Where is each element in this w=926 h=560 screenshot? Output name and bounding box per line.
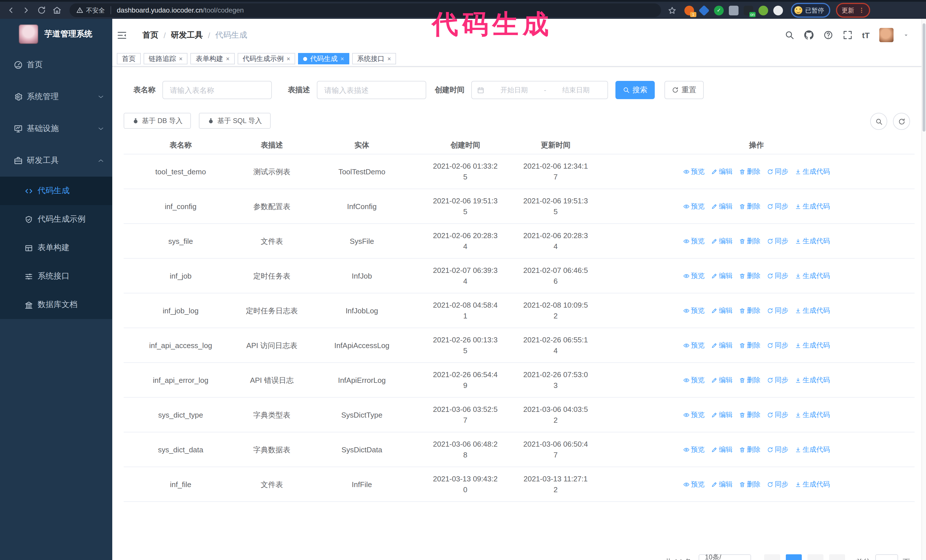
fullscreen-icon[interactable]	[843, 30, 852, 40]
action-sync-link[interactable]: 同步	[767, 235, 788, 246]
tab-close-icon[interactable]: ×	[387, 56, 391, 62]
action-download-link[interactable]: 生成代码	[794, 270, 830, 281]
action-eye-link[interactable]: 预览	[683, 166, 705, 177]
action-trash-link[interactable]: 删除	[739, 479, 761, 490]
action-sync-link[interactable]: 同步	[767, 201, 788, 211]
sql-import-button[interactable]: 基于 SQL 导入	[199, 113, 270, 129]
action-sync-link[interactable]: 同步	[767, 444, 788, 455]
action-edit-link[interactable]: 编辑	[711, 166, 732, 177]
action-edit-link[interactable]: 编辑	[711, 201, 732, 211]
browser-update-button[interactable]: 更新	[836, 3, 870, 18]
tab-close-icon[interactable]: ×	[226, 56, 230, 62]
action-download-link[interactable]: 生成代码	[794, 444, 830, 455]
scrollbar-thumb[interactable]	[923, 23, 925, 131]
font-size-icon[interactable]: tT	[862, 31, 870, 39]
sidebar-submenu-item[interactable]: 数据库文档	[0, 291, 112, 319]
action-trash-link[interactable]: 删除	[739, 409, 761, 420]
table-name-input[interactable]	[162, 81, 272, 99]
end-date-placeholder[interactable]: 结束日期	[549, 85, 602, 95]
action-trash-link[interactable]: 删除	[739, 235, 761, 246]
help-icon[interactable]	[823, 30, 833, 40]
action-edit-link[interactable]: 编辑	[711, 409, 732, 420]
sidebar-submenu-item[interactable]: 系统接口	[0, 262, 112, 291]
reset-button[interactable]: 重置	[664, 81, 704, 99]
action-eye-link[interactable]: 预览	[683, 270, 705, 281]
address-bar[interactable]: 不安全 dashboard.yudao.iocoder.cn /tool/cod…	[70, 3, 661, 17]
sidebar-menu-item[interactable]: 研发工具	[0, 145, 112, 177]
page-button-2[interactable]: 2	[808, 554, 823, 560]
ext-green-check-icon[interactable]: ✓	[714, 5, 724, 15]
ext-gem-icon[interactable]	[699, 5, 710, 16]
search-icon[interactable]	[785, 30, 794, 40]
action-eye-link[interactable]: 预览	[683, 444, 705, 455]
ext-ghost-icon[interactable]	[773, 5, 783, 15]
action-eye-link[interactable]: 预览	[683, 409, 705, 420]
search-button[interactable]: 搜索	[616, 81, 655, 99]
paused-badge[interactable]: 已暂停	[791, 3, 830, 18]
tab-close-icon[interactable]: ×	[287, 56, 291, 62]
action-edit-link[interactable]: 编辑	[711, 479, 732, 490]
bookmark-star-icon[interactable]	[668, 6, 676, 15]
start-date-placeholder[interactable]: 开始日期	[488, 85, 540, 95]
action-download-link[interactable]: 生成代码	[794, 235, 830, 246]
browser-home-icon[interactable]	[53, 6, 62, 15]
sidebar-submenu-item[interactable]: 表单构建	[0, 234, 112, 262]
browser-menu-icon[interactable]	[859, 7, 864, 14]
sidebar-menu-item[interactable]: 系统管理	[0, 81, 112, 113]
browser-back-icon[interactable]	[6, 6, 15, 15]
action-sync-link[interactable]: 同步	[767, 166, 788, 177]
action-edit-link[interactable]: 编辑	[711, 444, 732, 455]
action-edit-link[interactable]: 编辑	[711, 374, 732, 385]
toggle-search-button[interactable]	[870, 113, 887, 130]
action-download-link[interactable]: 生成代码	[794, 166, 830, 177]
action-download-link[interactable]: 生成代码	[794, 374, 830, 385]
action-eye-link[interactable]: 预览	[683, 201, 705, 211]
tab[interactable]: 代码生成示例 ×	[238, 53, 295, 64]
action-trash-link[interactable]: 删除	[739, 340, 761, 351]
sidebar-menu-item[interactable]: 基础设施	[0, 113, 112, 145]
collapse-sidebar-icon[interactable]	[117, 30, 127, 40]
browser-forward-icon[interactable]	[22, 6, 31, 15]
user-avatar[interactable]	[879, 28, 894, 42]
ext-orange-icon[interactable]: 1	[684, 5, 694, 15]
action-download-link[interactable]: 生成代码	[794, 479, 830, 490]
github-icon[interactable]	[804, 30, 814, 40]
tab-close-icon[interactable]: ×	[179, 56, 183, 62]
action-download-link[interactable]: 生成代码	[794, 409, 830, 420]
next-page-button[interactable]	[829, 554, 845, 560]
action-trash-link[interactable]: 删除	[739, 305, 761, 316]
refresh-table-button[interactable]	[893, 113, 910, 130]
goto-page-input[interactable]	[875, 554, 898, 560]
tab[interactable]: 系统接口 ×	[352, 53, 396, 64]
window-scrollbar[interactable]	[921, 19, 926, 560]
ext-bot-icon[interactable]	[758, 5, 768, 15]
action-edit-link[interactable]: 编辑	[711, 235, 732, 246]
action-edit-link[interactable]: 编辑	[711, 340, 732, 351]
action-trash-link[interactable]: 删除	[739, 444, 761, 455]
tab-close-icon[interactable]: ×	[340, 56, 344, 62]
action-trash-link[interactable]: 删除	[739, 374, 761, 385]
action-download-link[interactable]: 生成代码	[794, 201, 830, 211]
ext-dark-on-icon[interactable]: on	[744, 5, 754, 15]
action-edit-link[interactable]: 编辑	[711, 305, 732, 316]
action-eye-link[interactable]: 预览	[683, 374, 705, 385]
tab[interactable]: 链路追踪 ×	[144, 53, 188, 64]
tab[interactable]: 代码生成 ×	[298, 53, 349, 64]
action-edit-link[interactable]: 编辑	[711, 270, 732, 281]
app-logo-row[interactable]: 芋道管理系统	[0, 19, 112, 49]
table-desc-input[interactable]	[317, 81, 426, 99]
date-range-picker[interactable]: 开始日期 - 结束日期	[471, 81, 608, 99]
action-eye-link[interactable]: 预览	[683, 305, 705, 316]
browser-reload-icon[interactable]	[37, 6, 46, 15]
action-sync-link[interactable]: 同步	[767, 374, 788, 385]
sidebar-menu-item[interactable]: 首页	[0, 49, 112, 81]
sidebar-submenu-item[interactable]: 代码生成	[0, 177, 112, 205]
tab[interactable]: 表单构建 ×	[191, 53, 235, 64]
action-trash-link[interactable]: 删除	[739, 270, 761, 281]
action-eye-link[interactable]: 预览	[683, 340, 705, 351]
breadcrumb-item[interactable]: 首页	[142, 30, 159, 40]
ext-grid-icon[interactable]	[729, 5, 738, 15]
sidebar-submenu-item[interactable]: 代码生成示例	[0, 205, 112, 234]
action-download-link[interactable]: 生成代码	[794, 305, 830, 316]
action-sync-link[interactable]: 同步	[767, 270, 788, 281]
